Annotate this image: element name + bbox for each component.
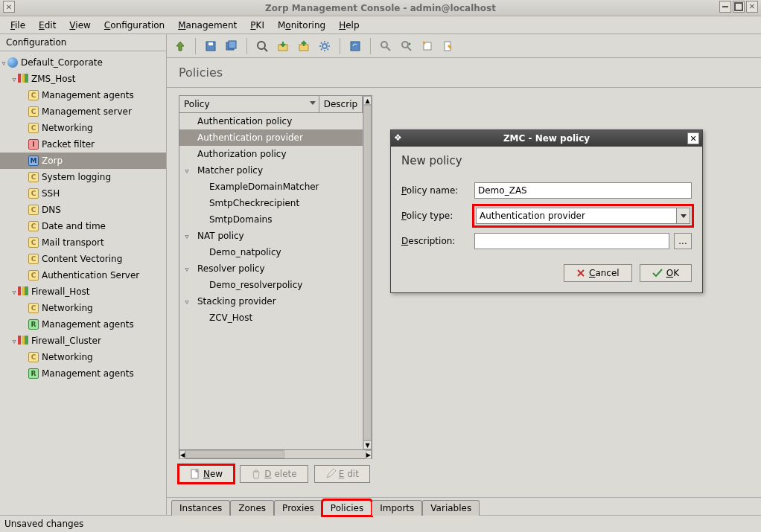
tab-imports[interactable]: Imports bbox=[372, 500, 422, 516]
close-window-icon[interactable] bbox=[746, 1, 758, 13]
tree-item[interactable]: CDate and time bbox=[0, 218, 166, 234]
policy-item[interactable]: SmtpCheckrecipient bbox=[179, 195, 363, 211]
cancel-button[interactable]: Cancel bbox=[564, 264, 632, 282]
menu-management[interactable]: Management bbox=[172, 19, 243, 32]
tree-item[interactable]: CNetworking bbox=[0, 300, 166, 316]
policy-group[interactable]: Authentication policy bbox=[179, 113, 363, 129]
module-icon: C bbox=[28, 205, 39, 215]
window-menu-icon[interactable] bbox=[3, 1, 15, 13]
minimize-icon[interactable] bbox=[719, 1, 731, 13]
column-policy[interactable]: Policy bbox=[179, 96, 319, 112]
save-icon[interactable] bbox=[202, 37, 220, 55]
policy-item[interactable]: ExampleDomainMatcher bbox=[179, 179, 363, 195]
dialog-heading: New policy bbox=[401, 154, 692, 167]
tree-item[interactable]: CMail transport bbox=[0, 234, 166, 251]
tree-host[interactable]: ▿Firewall_Host bbox=[0, 283, 166, 300]
scrollbar-horizontal[interactable]: ◀▶ bbox=[179, 450, 372, 459]
dialog-close-icon[interactable]: ✕ bbox=[687, 132, 699, 144]
policy-item[interactable]: SmtpDomains bbox=[179, 211, 363, 228]
policy-type-combo[interactable]: Authentication provider bbox=[476, 208, 690, 224]
tree-item[interactable]: RManagement agents bbox=[0, 316, 166, 333]
tree-item[interactable]: CManagement server bbox=[0, 103, 166, 120]
svg-point-10 bbox=[381, 42, 387, 48]
import-icon[interactable] bbox=[274, 37, 292, 55]
statusbar: Unsaved changes bbox=[0, 515, 761, 531]
menu-file[interactable]: File bbox=[4, 19, 31, 32]
menu-view[interactable]: View bbox=[63, 19, 96, 32]
module-icon: C bbox=[28, 172, 39, 182]
find-next-icon[interactable] bbox=[398, 37, 415, 55]
tree-item[interactable]: CSystem logging bbox=[0, 169, 166, 185]
svg-rect-3 bbox=[229, 41, 236, 48]
tree-item[interactable]: IPacket filter bbox=[0, 136, 166, 153]
policy-list[interactable]: Policy Descrip Authentication policyAuth… bbox=[179, 96, 363, 449]
tree-item[interactable]: CAuthentication Server bbox=[0, 267, 166, 283]
description-more-button[interactable]: ... bbox=[674, 233, 692, 249]
window-titlebar: Zorp Management Console - admin@localhos… bbox=[0, 0, 761, 16]
tree-item[interactable]: MZorp bbox=[0, 153, 166, 169]
refresh-icon[interactable] bbox=[346, 37, 364, 55]
tab-proxies[interactable]: Proxies bbox=[274, 500, 322, 516]
zoom-icon[interactable] bbox=[253, 37, 271, 55]
new-button[interactable]: New bbox=[179, 465, 234, 483]
column-description[interactable]: Descrip bbox=[319, 96, 363, 112]
svg-line-11 bbox=[386, 47, 390, 51]
trash-icon bbox=[251, 469, 261, 479]
module-icon: C bbox=[28, 237, 39, 248]
policy-item[interactable]: Demo_natpolicy bbox=[179, 244, 363, 260]
policy-item[interactable]: ZCV_Host bbox=[179, 310, 363, 326]
edit-button[interactable]: Edit bbox=[314, 465, 370, 483]
up-icon[interactable] bbox=[171, 37, 189, 55]
policy-group[interactable]: Authorization policy bbox=[179, 146, 363, 162]
module-icon: C bbox=[28, 270, 39, 281]
tree-item[interactable]: RManagement agents bbox=[0, 365, 166, 382]
chevron-down-icon[interactable] bbox=[676, 208, 690, 223]
export-icon[interactable] bbox=[295, 37, 313, 55]
tab-variables[interactable]: Variables bbox=[422, 500, 480, 516]
description-input[interactable] bbox=[474, 233, 669, 249]
save-all-icon[interactable] bbox=[223, 37, 241, 55]
policy-group[interactable]: ▿Matcher policy bbox=[179, 162, 363, 179]
host-icon bbox=[18, 336, 28, 346]
tree-item[interactable]: CNetworking bbox=[0, 349, 166, 365]
module-icon: I bbox=[28, 139, 39, 150]
tab-zones[interactable]: Zones bbox=[230, 500, 274, 516]
policy-name-input[interactable] bbox=[474, 182, 692, 199]
pencil-icon bbox=[325, 469, 336, 479]
tree-item[interactable]: CSSH bbox=[0, 185, 166, 202]
wizard-icon[interactable] bbox=[418, 37, 436, 55]
scrollbar-vertical[interactable]: ▲▼ bbox=[363, 96, 372, 449]
tree-root[interactable]: ▿Default_Corporate bbox=[0, 54, 166, 71]
policy-group[interactable]: ▿Stacking provider bbox=[179, 293, 363, 310]
ok-button[interactable]: OK bbox=[640, 264, 692, 282]
delete-button[interactable]: Delete bbox=[240, 465, 308, 483]
policy-group[interactable]: Authentication provider bbox=[179, 129, 363, 146]
host-icon bbox=[18, 74, 28, 84]
edit-page-icon[interactable] bbox=[439, 37, 457, 55]
module-icon: M bbox=[28, 156, 39, 166]
tree-host[interactable]: ▿Firewall_Cluster bbox=[0, 333, 166, 349]
tab-instances[interactable]: Instances bbox=[171, 500, 230, 516]
policy-group[interactable]: ▿Resolver policy bbox=[179, 260, 363, 277]
menu-edit[interactable]: Edit bbox=[33, 19, 62, 32]
svg-point-8 bbox=[322, 44, 327, 48]
tree-host[interactable]: ▿ZMS_Host bbox=[0, 71, 166, 87]
policy-group[interactable]: ▿NAT policy bbox=[179, 228, 363, 244]
dialog-titlebar[interactable]: ❖ ZMC - New policy ✕ bbox=[391, 130, 702, 147]
tree-item[interactable]: CDNS bbox=[0, 202, 166, 218]
config-tree[interactable]: ▿Default_Corporate▿ZMS_HostCManagement a… bbox=[0, 51, 166, 515]
policy-name-label: Policy name: bbox=[401, 185, 470, 196]
menu-help[interactable]: Help bbox=[333, 19, 365, 32]
policy-item[interactable]: Demo_resolverpolicy bbox=[179, 277, 363, 293]
menu-monitoring[interactable]: Monitoring bbox=[272, 19, 331, 32]
tree-item[interactable]: CNetworking bbox=[0, 120, 166, 136]
policy-type-value: Authentication provider bbox=[480, 211, 585, 221]
tree-item[interactable]: CContent Vectoring bbox=[0, 251, 166, 267]
settings-icon[interactable] bbox=[316, 37, 334, 55]
maximize-icon[interactable] bbox=[733, 1, 745, 13]
menu-configuration[interactable]: Configuration bbox=[98, 19, 171, 32]
tree-item[interactable]: CManagement agents bbox=[0, 87, 166, 103]
menu-pki[interactable]: PKI bbox=[244, 19, 270, 32]
find-icon[interactable] bbox=[377, 37, 395, 55]
tab-policies[interactable]: Policies bbox=[322, 500, 372, 516]
